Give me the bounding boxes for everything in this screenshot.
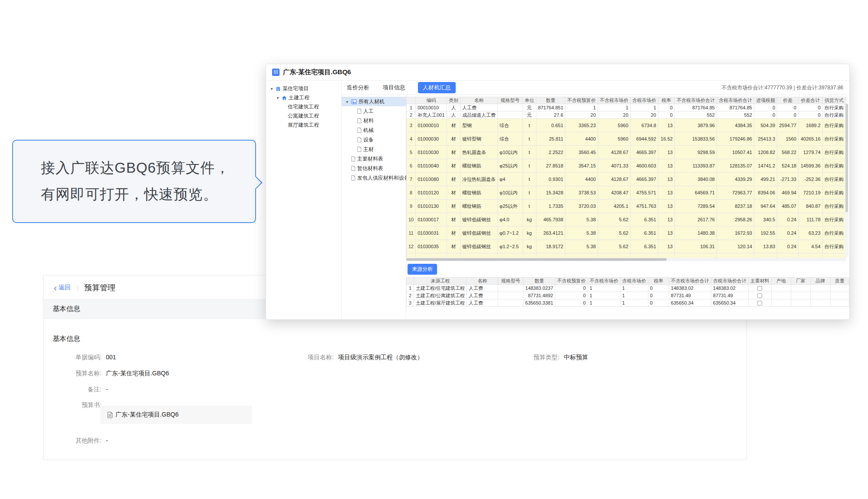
column-header[interactable]: 进项税额 xyxy=(754,97,777,104)
tree-item[interactable]: 展厅建筑工程 xyxy=(266,121,341,130)
vertical-scrollbar[interactable] xyxy=(845,104,848,256)
horizontal-scrollbar-thumb[interactable] xyxy=(406,258,667,261)
column-header[interactable]: 产地 xyxy=(771,278,791,285)
tab-item[interactable]: 造价分析 xyxy=(346,82,370,93)
table-row[interactable]: 601010040材螺纹钢筋φ25以内t27.85183547.154071.3… xyxy=(407,159,846,173)
main-material-checkbox[interactable] xyxy=(757,286,762,291)
table-row[interactable]: 801010120材螺纹钢筋φ10以内t15.34283738.534208.4… xyxy=(407,186,846,200)
column-header[interactable]: 不含税市场价 xyxy=(598,97,630,104)
column-header[interactable]: 不含税市场价 xyxy=(588,278,620,285)
tree-item[interactable]: 人工 xyxy=(342,106,406,116)
cell: 材 xyxy=(447,146,460,159)
main-material-checkbox[interactable] xyxy=(757,293,762,298)
cell: 871764.85 xyxy=(717,104,754,112)
tab-item[interactable]: 项目信息 xyxy=(382,82,406,93)
main-material-checkbox[interactable] xyxy=(757,301,762,305)
column-header[interactable]: 单位 xyxy=(523,97,536,104)
table-row[interactable]: 1301050001材钢丝绳φ14.1~15kg447.92093.6611.2… xyxy=(407,253,846,258)
column-header[interactable]: 名称 xyxy=(460,97,498,104)
column-header[interactable]: 来源工程 xyxy=(414,278,467,285)
tree-item-label: 暂估材料表 xyxy=(357,165,383,172)
row-number: 2 xyxy=(407,112,416,119)
cell: 13 xyxy=(658,159,674,173)
column-header[interactable]: 数量 xyxy=(536,97,565,104)
tree-item[interactable]: 机械 xyxy=(342,125,406,135)
tab-active[interactable]: 人材机汇总 xyxy=(418,82,456,93)
table-row[interactable]: 3土建工程/展厅建筑工程人工费635650.33810110635650.346… xyxy=(407,299,849,307)
tree-item[interactable]: 主要材料表 xyxy=(342,154,406,164)
table-row[interactable]: 100010010人人工费元871764.8511110871764.85871… xyxy=(407,104,846,112)
row-number: 5 xyxy=(407,146,416,159)
column-header[interactable]: 不含税预算价 xyxy=(565,97,598,104)
table-row[interactable]: 2土建工程/公寓建筑工程人工费87731.4892011087731.49877… xyxy=(407,292,849,299)
table-row[interactable]: 1201030035材镀锌低碳钢丝φ1.2~2.5kg18.91725.385.… xyxy=(407,240,846,253)
column-header[interactable]: 含税市场价 xyxy=(620,278,648,285)
column-header[interactable]: 名称 xyxy=(467,278,498,285)
tree-item[interactable]: 暂估材料表 xyxy=(342,164,406,173)
column-header[interactable]: 含税市场价合计 xyxy=(717,97,754,104)
column-header[interactable]: 品牌 xyxy=(811,278,831,285)
vertical-scrollbar-thumb[interactable] xyxy=(845,104,848,212)
budget-book-file[interactable]: 广东-某住宅项目.GBQ6 xyxy=(100,406,252,424)
column-header[interactable]: 类别 xyxy=(447,97,460,104)
cell: 1 xyxy=(588,292,620,299)
column-header[interactable]: 主要材料 xyxy=(748,278,771,285)
column-header[interactable]: 含税市场价合计 xyxy=(711,278,748,285)
tree-item[interactable]: 主材 xyxy=(342,144,406,154)
table-row[interactable]: 401000030材镀锌型钢综合t25.811440059606944.5921… xyxy=(407,132,846,146)
table-row[interactable]: 501010030材热轧圆盘条φ10以内t2.25223560.454128.6… xyxy=(407,146,846,159)
grid-icon xyxy=(351,99,357,104)
column-header[interactable]: 质量 xyxy=(830,278,849,285)
cell: 4.54 xyxy=(798,240,822,253)
tree-item[interactable]: 公寓建筑工程 xyxy=(266,112,341,121)
column-header[interactable]: 含税市场价 xyxy=(630,97,658,104)
table-row[interactable]: 701010080材冷拉热轧圆盘条φ4t0.930144004128.67466… xyxy=(407,173,846,186)
cell: 3738.53 xyxy=(565,186,598,200)
horizontal-scrollbar[interactable] xyxy=(406,258,846,261)
tree-item[interactable]: 住宅建筑工程 xyxy=(266,102,341,112)
table-row[interactable]: 1土建工程/住宅建筑工程人工费148383.02370110148383.021… xyxy=(407,285,849,292)
document-icon xyxy=(107,412,113,418)
cell: 0 xyxy=(754,112,777,119)
cell: 552 xyxy=(717,112,754,119)
column-header[interactable]: 规格型号 xyxy=(498,97,523,104)
tree-item[interactable]: 发包人供应材料和设备 xyxy=(342,173,406,183)
tree-item[interactable]: ▾某住宅项目 xyxy=(266,84,341,93)
cell: 13 xyxy=(658,200,674,213)
cell: 6.351 xyxy=(630,227,658,240)
table-row[interactable]: 1101030031材镀锌低碳钢丝φ0.7~1.2kg263.41215.385… xyxy=(407,227,846,240)
column-header[interactable]: 数量 xyxy=(523,278,555,285)
column-header[interactable]: 厂家 xyxy=(791,278,810,285)
cell: 01030031 xyxy=(416,227,447,240)
column-header[interactable]: 供货方式 xyxy=(822,97,845,104)
tree-item[interactable]: ▾所有人材机 xyxy=(342,97,406,106)
column-header[interactable]: 税率 xyxy=(658,97,674,104)
tree-item[interactable]: 材料 xyxy=(342,116,406,125)
cell: φ0.7~1.2 xyxy=(498,227,523,240)
cell: 2958.26 xyxy=(717,213,754,227)
column-header[interactable]: 规格型号 xyxy=(498,278,523,285)
back-button[interactable]: ‹ 返回 xyxy=(54,284,71,292)
caret-down-icon[interactable]: ▾ xyxy=(270,86,274,91)
column-header[interactable]: 编码 xyxy=(416,97,447,104)
cell: 4665.397 xyxy=(630,146,658,159)
caret-down-icon[interactable]: ▾ xyxy=(276,95,280,100)
table-row[interactable]: 2补充人工001人成品烟道人工费元27.62020200552552000自行采… xyxy=(407,112,846,119)
table-row[interactable]: 301000010材型钢综合t0.6513365.2359606734.8133… xyxy=(407,119,846,132)
column-header[interactable]: 价差 xyxy=(777,97,799,104)
column-header[interactable]: 不含税市场价合计 xyxy=(674,97,717,104)
cell: 6.351 xyxy=(630,240,658,253)
cell: 3365.23 xyxy=(565,119,598,132)
table-row[interactable]: 1001030017材镀锌低碳钢丝φ4.0kg465.79385.385.626… xyxy=(407,213,846,227)
column-header[interactable]: 不含税市场价合计 xyxy=(669,278,711,285)
tree-item[interactable]: ▾土建工程 xyxy=(266,93,341,102)
project-name-value: 项目级演示案例工程（勿修改） xyxy=(338,354,423,361)
source-analysis-button[interactable]: 来源分析 xyxy=(408,264,437,275)
column-header[interactable]: 价差合计 xyxy=(798,97,822,104)
column-header[interactable]: 税率 xyxy=(648,278,669,285)
column-header[interactable]: 不含税预算价 xyxy=(555,278,588,285)
tree-item[interactable]: 设备 xyxy=(342,135,406,144)
caret-down-icon[interactable]: ▾ xyxy=(345,99,349,104)
table-row[interactable]: 901010130材螺纹钢筋φ25以外t1.73353720.034205.14… xyxy=(407,200,846,213)
cell: kg xyxy=(523,240,536,253)
